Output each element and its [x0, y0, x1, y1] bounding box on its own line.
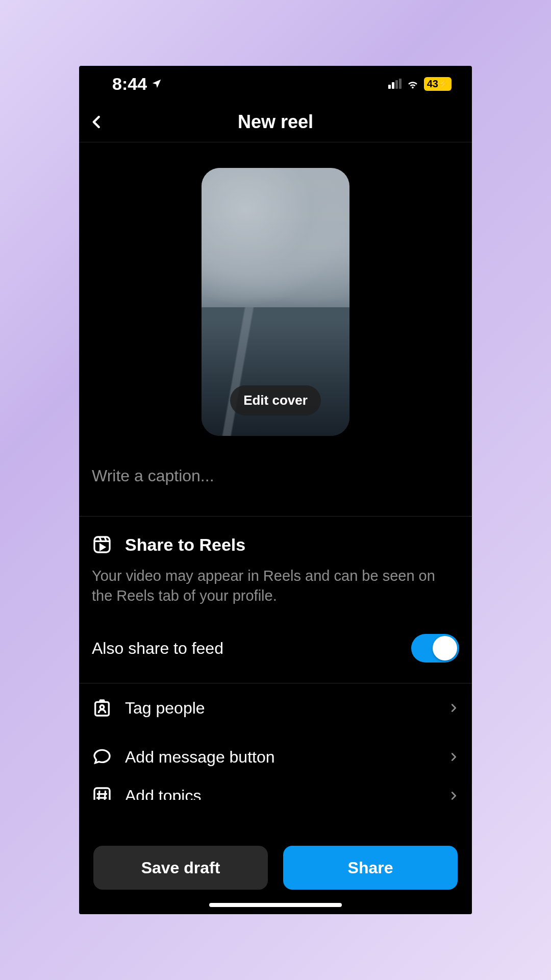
caption-area [79, 461, 472, 516]
status-left: 8:44 [112, 74, 162, 94]
options-list: Tag people Add message button Add topi [79, 683, 472, 800]
cellular-icon [388, 79, 402, 89]
page-title: New reel [79, 111, 472, 133]
home-indicator[interactable] [209, 903, 342, 907]
battery-level: 43 [427, 78, 438, 90]
option-label: Add message button [125, 748, 435, 767]
share-to-reels-title: Share to Reels [125, 535, 245, 555]
location-icon [151, 78, 162, 89]
chevron-right-icon [448, 750, 459, 764]
cover-preview[interactable]: Edit cover [202, 168, 349, 436]
svg-rect-0 [94, 537, 110, 552]
back-button[interactable] [89, 112, 105, 132]
option-label: Add topics [125, 787, 435, 800]
tag-person-icon [92, 698, 112, 718]
status-bar: 8:44 43⚡ [79, 66, 472, 102]
option-tag-people[interactable]: Tag people [79, 683, 472, 732]
also-share-feed-label: Also share to feed [92, 639, 223, 658]
share-to-reels-header: Share to Reels [92, 534, 459, 555]
also-share-feed-row: Also share to feed [79, 619, 472, 683]
share-to-reels-description: Your video may appear in Reels and can b… [92, 566, 459, 606]
chevron-right-icon [448, 701, 459, 715]
save-draft-button[interactable]: Save draft [93, 846, 268, 890]
nav-header: New reel [79, 102, 472, 142]
share-button[interactable]: Share [283, 846, 458, 890]
message-icon [92, 747, 112, 767]
svg-point-5 [100, 705, 104, 709]
reels-icon [92, 534, 112, 555]
status-right: 43⚡ [388, 77, 452, 91]
also-share-feed-toggle[interactable] [411, 634, 459, 663]
wifi-icon [406, 78, 420, 89]
chevron-right-icon [448, 789, 459, 800]
toggle-knob [433, 636, 457, 660]
option-label: Tag people [125, 699, 435, 718]
content-area: Edit cover Share to Reels Your video may… [79, 142, 472, 914]
battery-icon: 43⚡ [424, 77, 452, 91]
option-add-topics[interactable]: Add topics [79, 781, 472, 800]
option-add-message-button[interactable]: Add message button [79, 732, 472, 781]
status-time: 8:44 [112, 74, 147, 94]
phone-frame: 8:44 43⚡ New reel Edit cover [79, 66, 472, 914]
caption-input[interactable] [92, 467, 459, 485]
hashtag-icon [92, 786, 112, 800]
bottom-bar: Save draft Share [79, 834, 472, 914]
share-to-reels-section: Share to Reels Your video may appear in … [79, 517, 472, 619]
cover-section: Edit cover [79, 142, 472, 461]
edit-cover-button[interactable]: Edit cover [230, 385, 321, 415]
